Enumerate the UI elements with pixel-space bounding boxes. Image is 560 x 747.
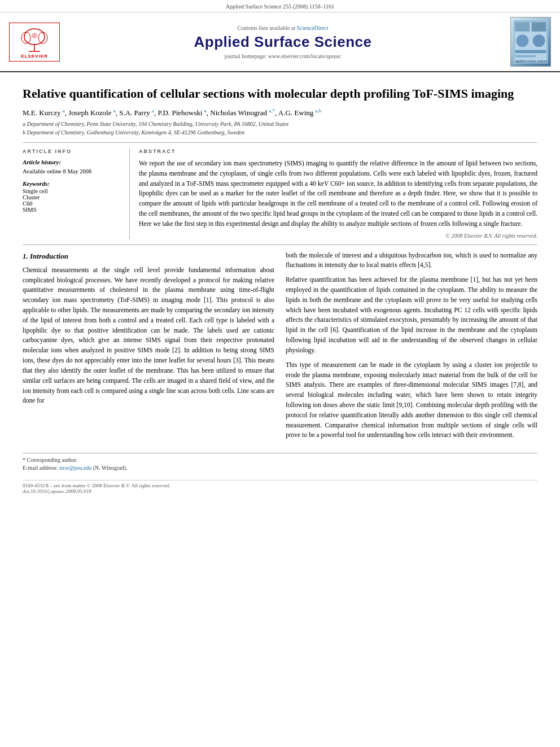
journal-cover-image: applied surface science (510, 17, 551, 67)
body-col-right: both the molecule of interest and a ubiq… (286, 251, 537, 445)
sciencedirect-info: Contents lists available at ScienceDirec… (60, 25, 506, 31)
abstract-panel: ABSTRACT We report the use of secondary … (139, 148, 537, 239)
journal-title: Applied Surface Science (60, 33, 506, 51)
history-label: Article history: (23, 159, 123, 165)
elsevier-logo: ELSEVIER (9, 23, 60, 62)
top-meta-bar: Applied Surface Science 255 (2008) 1158–… (0, 0, 560, 12)
email-link[interactable]: nxw@psu.edu (59, 465, 91, 471)
intro-heading: 1. Introduction (23, 251, 274, 262)
svg-point-2 (21, 32, 30, 43)
main-content: Relative quantification of cellular sect… (0, 72, 560, 505)
sciencedirect-link[interactable]: ScienceDirect (296, 25, 328, 31)
svg-rect-8 (515, 22, 530, 31)
article-info-label: ARTICLE INFO (23, 148, 123, 154)
body-col-left: 1. Introduction Chemical measurements at… (23, 251, 274, 445)
affiliation-b: b Department of Chemistry, Gothenburg Un… (23, 128, 537, 137)
elsevier-label: ELSEVIER (21, 54, 48, 59)
svg-point-3 (38, 32, 47, 43)
abstract-text: We report the use of secondary ion mass … (139, 159, 537, 229)
article-title: Relative quantification of cellular sect… (23, 86, 537, 102)
article-info-panel: ARTICLE INFO Article history: Available … (23, 148, 130, 239)
affiliations: a Department of Chemistry, Penn State Un… (23, 120, 537, 137)
intro-col1-p1: Chemical measurements at the single cell… (23, 265, 274, 406)
svg-rect-12 (515, 50, 546, 53)
journal-homepage: journal homepage: www.elsevier.com/locat… (60, 53, 506, 59)
keyword-1: Single cell (23, 188, 123, 194)
email-note: E-mail address: nxw@psu.edu (N. Winograd… (23, 465, 537, 471)
issn-line: 0169-4332/$ – see front matter © 2008 El… (23, 483, 537, 488)
copyright-line: © 2008 Elsevier B.V. All rights reserved… (139, 233, 537, 239)
journal-center-info: Contents lists available at ScienceDirec… (60, 25, 506, 59)
affiliation-a: a Department of Chemistry, Penn State Un… (23, 120, 537, 128)
doi-line: doi:10.1016/j.apsusc.2008.05.018 (23, 488, 537, 494)
footnotes-area: * Corresponding author. E-mail address: … (23, 453, 537, 471)
divider-1 (23, 142, 537, 143)
intro-col2-p2: Relative quantification has been achieve… (286, 275, 537, 356)
keyword-2: Cluster (23, 194, 123, 200)
abstract-label: ABSTRACT (139, 148, 537, 154)
bottom-bar: 0169-4332/$ – see front matter © 2008 El… (23, 480, 537, 494)
journal-cover: applied surface science (506, 17, 551, 67)
keywords-label: Keywords: (23, 180, 123, 187)
svg-rect-9 (532, 22, 546, 31)
article-history: Article history: Available online 8 May … (23, 159, 123, 176)
svg-point-10 (516, 34, 528, 47)
keyword-4: SIMS (23, 207, 123, 213)
elsevier-tree-icon (18, 25, 51, 54)
keyword-3: C60 (23, 200, 123, 207)
svg-text:applied surface science: applied surface science (515, 59, 548, 63)
svg-rect-13 (515, 55, 536, 58)
body-columns: 1. Introduction Chemical measurements at… (23, 251, 537, 445)
available-online: Available online 8 May 2008 (23, 168, 91, 174)
intro-col2-p1: both the molecule of interest and a ubiq… (286, 251, 537, 271)
keywords-group: Keywords: Single cell Cluster C60 SIMS (23, 180, 123, 213)
journal-header: ELSEVIER Contents lists available at Sci… (0, 12, 560, 72)
corresponding-note: * Corresponding author. (23, 457, 537, 463)
cover-art-icon: applied surface science (513, 18, 548, 65)
intro-col2-p3: This type of measurement can be made in … (286, 360, 537, 441)
authors-line: M.E. Kurczy a, Joseph Kozole a, S.A. Par… (23, 108, 537, 117)
divider-2 (23, 244, 537, 245)
journal-citation: Applied Surface Science 255 (2008) 1158–… (226, 3, 334, 10)
svg-point-11 (533, 34, 545, 47)
svg-point-4 (32, 33, 37, 38)
article-top-section: ARTICLE INFO Article history: Available … (23, 148, 537, 239)
